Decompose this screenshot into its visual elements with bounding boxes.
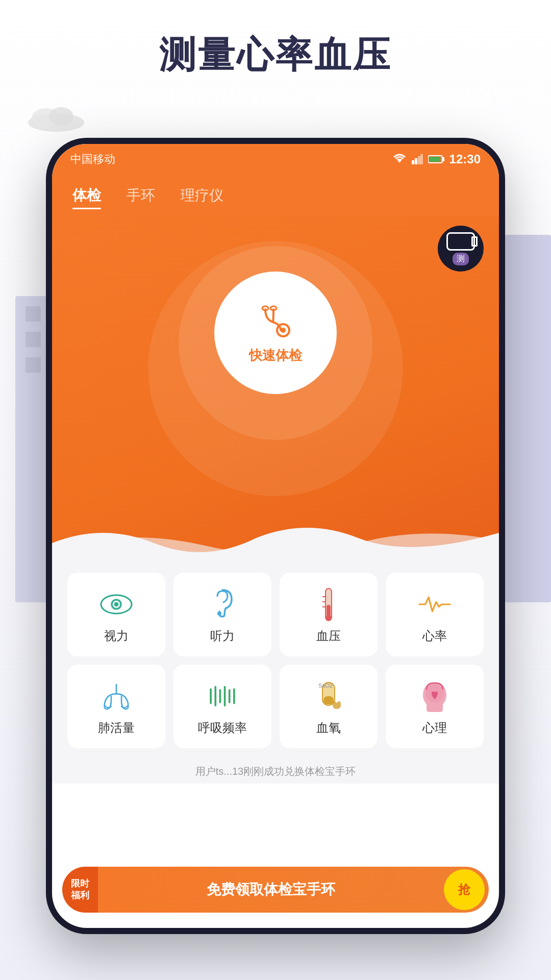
svg-rect-57 — [323, 696, 334, 704]
bp-icon — [312, 588, 345, 621]
cloud-decoration — [26, 102, 87, 133]
svg-rect-16 — [505, 235, 551, 602]
heartrate-icon — [418, 588, 451, 621]
svg-rect-6 — [26, 357, 41, 373]
phone-frame: 中国移动 — [46, 138, 505, 934]
svg-point-40 — [325, 615, 332, 621]
svg-rect-2 — [26, 306, 41, 322]
svg-rect-23 — [418, 156, 420, 164]
stethoscope-icon — [255, 302, 296, 342]
blood-oxygen-label: 血氧 — [316, 720, 341, 736]
grid-row-2: 肺活量 — [67, 665, 484, 748]
center-button-label: 快速体检 — [249, 347, 302, 364]
tab-shuhuan[interactable]: 手环 — [127, 186, 155, 209]
hearing-label: 听力 — [210, 628, 235, 644]
orange-area: 测 快速体检 — [52, 215, 499, 562]
lung-item[interactable]: 肺活量 — [67, 665, 165, 748]
quick-exam-button[interactable]: 快速体检 — [214, 272, 337, 394]
heartrate-label: 心率 — [422, 628, 447, 644]
blood-oxygen-item[interactable]: SaO2 血氧 — [280, 665, 378, 748]
svg-rect-4 — [26, 332, 41, 347]
wifi-icon — [392, 154, 407, 165]
svg-text:SaO2: SaO2 — [318, 682, 333, 689]
mental-icon — [418, 680, 451, 713]
heartrate-item[interactable]: 心率 — [386, 573, 484, 656]
carrier-text: 中国移动 — [70, 152, 115, 167]
tab-liiaoyiyi[interactable]: 理疗仪 — [181, 186, 223, 209]
svg-point-35 — [114, 602, 118, 606]
phone-screen: 中国移动 — [52, 144, 499, 928]
lung-icon — [100, 680, 133, 713]
vision-label: 视力 — [104, 628, 129, 644]
bp-item[interactable]: 血压 — [280, 573, 378, 656]
svg-rect-22 — [415, 158, 417, 164]
status-bar: 中国移动 — [52, 144, 499, 175]
svg-marker-20 — [396, 159, 403, 163]
breath-label: 呼吸频率 — [198, 720, 247, 736]
signal-icon — [412, 154, 423, 164]
svg-rect-24 — [420, 154, 423, 164]
banner-tag: 限时 福利 — [62, 867, 98, 913]
device-badge[interactable]: 测 — [438, 226, 484, 272]
svg-point-36 — [217, 611, 221, 616]
hearing-icon — [206, 588, 239, 621]
page-title: 测量心率血压 — [0, 31, 551, 80]
grid-row-1: 视力 听力 — [67, 573, 484, 656]
bottom-banner[interactable]: 限时 福利 免费领取体检宝手环 抢 — [62, 867, 489, 913]
vision-icon — [100, 588, 133, 621]
device-badge-label: 测 — [453, 253, 469, 265]
blood-oxygen-icon: SaO2 — [312, 680, 345, 713]
mental-item[interactable]: 心理 — [386, 665, 484, 748]
breath-icon — [206, 680, 239, 713]
banner-text: 免费领取体检宝手环 — [98, 880, 444, 899]
nav-tabs: 体检 手环 理疗仪 — [52, 175, 499, 215]
banner-grab-button[interactable]: 抢 — [444, 869, 485, 910]
battery-icon — [428, 155, 444, 164]
hearing-item[interactable]: 听力 — [173, 573, 271, 656]
bp-label: 血压 — [316, 628, 341, 644]
mental-label: 心理 — [422, 720, 447, 736]
wave-decoration — [52, 512, 499, 564]
svg-rect-27 — [429, 157, 440, 162]
svg-rect-21 — [412, 160, 414, 164]
status-time: 12:30 — [449, 152, 481, 166]
device-icon — [446, 232, 475, 251]
scroll-text: 用户ts...13刚刚成功兑换体检宝手环 — [67, 756, 484, 783]
health-grid: 视力 听力 — [52, 562, 499, 783]
svg-point-19 — [49, 107, 73, 126]
tab-tiyian[interactable]: 体检 — [72, 186, 101, 209]
svg-rect-26 — [442, 157, 444, 161]
status-icons: 12:30 — [392, 152, 481, 166]
vision-item[interactable]: 视力 — [67, 573, 165, 656]
lung-label: 肺活量 — [98, 720, 135, 736]
breath-item[interactable]: 呼吸频率 — [173, 665, 271, 748]
